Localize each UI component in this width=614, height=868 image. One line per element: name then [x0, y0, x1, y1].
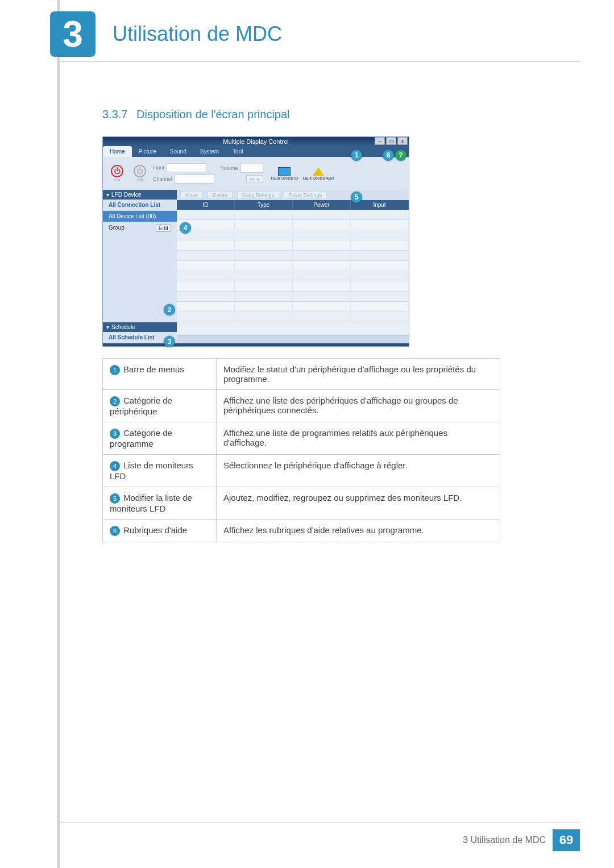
tab-home[interactable]: Home [103, 146, 132, 157]
legend-label: Modifier la liste de moniteurs LFD [110, 493, 192, 513]
marker-5: 5 [351, 192, 362, 203]
legend-label: Rubriques d'aide [123, 525, 187, 535]
channel-label: Channel [153, 176, 172, 182]
grid-body [177, 210, 409, 335]
more-button[interactable]: More [246, 175, 263, 183]
legend-row: 5Modifier la liste de moniteurs LFD Ajou… [103, 487, 500, 520]
table-row[interactable] [177, 312, 409, 322]
page-footer: 3 Utilisation de MDC 69 [463, 829, 580, 851]
close-button[interactable]: x [397, 137, 408, 145]
input-field: Input [153, 163, 214, 172]
horizontal-scrollbar[interactable] [177, 335, 409, 343]
legend-desc: Affichez une liste des périphériques d'a… [217, 390, 500, 422]
sidebar-item-all-connection[interactable]: All Connection List [103, 200, 177, 211]
table-row[interactable] [177, 302, 409, 312]
power-on-button[interactable]: ⏻ On [107, 162, 127, 185]
marker-3: 3 [164, 336, 175, 347]
marker-4: 4 [180, 222, 191, 234]
lfd-device-header[interactable]: ▾ LFD Device [103, 190, 177, 200]
page-number: 69 [553, 829, 580, 851]
table-row[interactable] [177, 281, 409, 292]
legend-badge: 5 [110, 493, 120, 504]
legend-desc: Sélectionnez le périphérique d'affichage… [217, 455, 500, 487]
table-row[interactable] [177, 261, 409, 271]
legend-badge: 2 [110, 396, 120, 406]
left-margin-bar [57, 0, 60, 868]
legend-desc: Modifiez le statut d'un périphérique d'a… [217, 359, 500, 390]
app-screenshot: Multiple Display Control – ▭ x Home Pict… [102, 136, 409, 347]
legend-label: Liste de moniteurs LFD [110, 460, 193, 481]
tab-bar: Home Picture Sound System Tool [103, 146, 409, 157]
table-row[interactable] [177, 271, 409, 281]
chapter-header: 3 Utilisation de MDC [50, 11, 282, 57]
legend-badge: 1 [110, 365, 120, 375]
footer-chapter-ref: 3 Utilisation de MDC [463, 835, 546, 845]
volume-label: Volume [221, 165, 238, 171]
schedule-header[interactable]: ▾ Schedule [103, 322, 177, 332]
marker-1: 1 [351, 149, 362, 161]
section-title: Disposition de l'écran principal [136, 108, 290, 121]
tab-system[interactable]: System [193, 146, 226, 157]
legend-badge: 3 [110, 429, 120, 439]
power-icon: ⏻ [111, 165, 123, 177]
fault-device-id[interactable]: Fault Device ID [271, 167, 298, 180]
move-button[interactable]: Move [180, 191, 203, 199]
legend-label: Barre de menus [123, 364, 184, 374]
table-row[interactable] [177, 251, 409, 261]
table-row[interactable] [177, 220, 409, 230]
marker-6: 6 [383, 149, 394, 161]
section-heading: 3.3.7 Disposition de l'écran principal [102, 108, 290, 121]
chapter-number-badge: 3 [50, 11, 96, 57]
legend-row: 1Barre de menus Modifiez le statut d'un … [103, 359, 500, 390]
table-row[interactable] [177, 240, 409, 251]
legend-row: 4Liste de moniteurs LFD Sélectionnez le … [103, 455, 500, 487]
col-type[interactable]: Type [235, 200, 293, 210]
help-icon[interactable]: ? [395, 149, 406, 161]
col-power[interactable]: Power [293, 200, 351, 210]
sidebar-group-row: Group Edit [103, 222, 177, 234]
legend-row: 2Catégorie de périphérique Affichez une … [103, 390, 500, 422]
power-off-button[interactable]: ⏻ Off [130, 162, 150, 185]
window-controls: – ▭ x [375, 137, 408, 145]
sidebar-item-all-device[interactable]: All Device List (00) [103, 211, 177, 222]
minimize-button[interactable]: – [375, 137, 385, 145]
input-label: Input [153, 165, 164, 171]
tab-sound[interactable]: Sound [163, 146, 193, 157]
chevron-down-icon: ▾ [106, 324, 109, 330]
input-select[interactable] [167, 163, 206, 172]
volume-field: Volume [221, 164, 263, 173]
titlebar: Multiple Display Control – ▭ x [103, 137, 409, 146]
monitor-icon [278, 167, 291, 176]
power-icon: ⏻ [134, 165, 146, 177]
operations-row: Move Delete Copy Settings Paste Settings [177, 190, 409, 200]
channel-select[interactable] [175, 175, 214, 184]
volume-slider[interactable] [240, 164, 263, 173]
copy-settings-button[interactable]: Copy Settings [237, 191, 279, 199]
legend-desc: Ajoutez, modifiez, regroupez ou supprime… [217, 487, 500, 520]
schedule-header-label: Schedule [111, 324, 135, 330]
table-row[interactable] [177, 230, 409, 240]
tab-picture[interactable]: Picture [132, 146, 163, 157]
edit-button[interactable]: Edit [156, 225, 171, 232]
fault-device-alert[interactable]: Fault Device Alert [302, 167, 334, 180]
tab-tool[interactable]: Tool [226, 146, 250, 157]
sidebar: ▾ LFD Device All Connection List All Dev… [103, 190, 177, 343]
legend-badge: 4 [110, 461, 120, 471]
grid-header: ID Type Power Input [177, 200, 409, 210]
legend-row: 6Rubriques d'aide Affichez les rubriques… [103, 520, 500, 542]
power-off-label: Off [137, 177, 143, 182]
delete-button[interactable]: Delete [208, 191, 233, 199]
power-on-label: On [114, 177, 121, 182]
fault-panel: Fault Device ID Fault Device Alert [271, 167, 334, 180]
table-row[interactable] [177, 210, 409, 220]
table-row[interactable] [177, 292, 409, 302]
paste-settings-button[interactable]: Paste Settings [284, 191, 327, 199]
channel-field: Channel [153, 175, 214, 184]
legend-row: 3Catégorie de programme Affichez une lis… [103, 422, 500, 455]
legend-table: 1Barre de menus Modifiez le statut d'un … [102, 358, 500, 542]
legend-desc: Affichez les rubriques d'aide relatives … [217, 520, 500, 542]
maximize-button[interactable]: ▭ [386, 137, 396, 145]
window-title: Multiple Display Control [223, 138, 289, 145]
marker-2: 2 [164, 304, 175, 315]
col-id[interactable]: ID [177, 200, 235, 210]
